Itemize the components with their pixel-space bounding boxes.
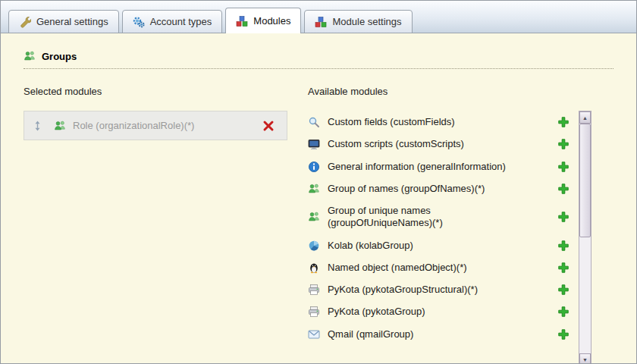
module-selection-page: General settings Account types: [0, 0, 637, 364]
available-module-label: Named object (namedObject)(*): [328, 262, 467, 274]
magnifier-icon: [308, 116, 320, 128]
plus-icon: [557, 284, 570, 296]
scrollbar-track[interactable]: [579, 237, 591, 353]
available-modules-list: Custom fields (customFields)Custom scrip…: [308, 111, 579, 364]
tab-label: General settings: [36, 16, 108, 27]
plus-icon: [557, 328, 570, 340]
available-modules-heading: Available modules: [308, 86, 592, 97]
section-title: Groups: [42, 51, 77, 62]
gears-icon: [133, 16, 145, 28]
available-module-label: General information (generalInformation): [328, 161, 506, 173]
groups-icon: [24, 50, 36, 62]
available-module-row: Custom fields (customFields): [308, 111, 579, 133]
selected-modules-heading: Selected modules: [24, 86, 287, 97]
plus-icon: [557, 240, 570, 252]
tab-module-settings[interactable]: Module settings: [304, 10, 412, 33]
penguin-icon: [308, 262, 320, 274]
add-module-button[interactable]: [557, 116, 570, 128]
kolab-icon: [308, 240, 320, 252]
tab-modules[interactable]: Modules: [225, 8, 301, 33]
add-module-button[interactable]: [557, 262, 570, 274]
available-module-row: Named object (namedObject)(*): [308, 256, 579, 278]
section-header: Groups: [24, 50, 613, 69]
selected-module-label: Role (organizationalRole)(*): [73, 120, 262, 131]
plus-icon: [557, 161, 570, 173]
available-module-row: Group of names (groupOfNames)(*): [308, 177, 579, 199]
modules-content: Groups Selected modules: [1, 33, 636, 364]
available-module-label: Group of unique names (groupOfUniqueName…: [328, 205, 529, 230]
remove-module-button[interactable]: [262, 120, 275, 132]
available-module-row: General information (generalInformation): [308, 155, 579, 177]
tab-label: Account types: [150, 16, 212, 27]
drag-handle-icon[interactable]: [32, 121, 43, 131]
available-module-row: Group of unique names (groupOfUniqueName…: [308, 199, 579, 234]
plus-icon: [557, 262, 570, 274]
wrench-icon: [19, 16, 31, 28]
plus-icon: [557, 116, 570, 128]
available-module-row: Kolab (kolabGroup): [308, 234, 579, 256]
scrollbar[interactable]: ▲ ▼: [579, 111, 592, 364]
available-module-label: Group of names (groupOfNames)(*): [328, 183, 485, 195]
settings-tabbar: General settings Account types: [1, 1, 636, 33]
tab-general-settings[interactable]: General settings: [8, 10, 119, 33]
add-module-button[interactable]: [557, 328, 570, 340]
group-icon: [54, 120, 66, 132]
plus-icon: [557, 138, 570, 150]
available-module-label: Qmail (qmailGroup): [328, 328, 413, 340]
tab-label: Modules: [253, 15, 290, 27]
tab-label: Module settings: [332, 16, 401, 27]
add-module-button[interactable]: [557, 183, 570, 195]
available-module-row: Qmail (qmailGroup): [308, 323, 579, 345]
group-icon: [308, 183, 320, 195]
modules-icon: [236, 15, 248, 27]
module-settings-icon: [315, 16, 327, 28]
available-module-label: Kolab (kolabGroup): [328, 240, 413, 252]
mail-icon: [308, 328, 320, 340]
red-x-icon: [262, 120, 275, 132]
screen-icon: [308, 138, 320, 150]
scroll-up-button[interactable]: ▲: [579, 111, 591, 124]
available-module-label: Custom scripts (customScripts): [328, 138, 464, 150]
available-module-label: PyKota (pykotaGroup): [328, 306, 425, 318]
add-module-button[interactable]: [557, 240, 570, 252]
plus-icon: [557, 211, 570, 223]
group-icon: [308, 211, 320, 223]
plus-icon: [557, 306, 570, 318]
available-module-row: PyKota (pykotaGroup): [308, 300, 579, 322]
add-module-button[interactable]: [557, 138, 570, 150]
available-module-row: Custom scripts (customScripts): [308, 133, 579, 155]
info-icon: [308, 161, 320, 173]
add-module-button[interactable]: [557, 161, 570, 173]
plus-icon: [557, 183, 570, 195]
scrollbar-thumb[interactable]: [579, 124, 591, 237]
available-module-label: PyKota (pykotaGroupStructural)(*): [328, 284, 478, 296]
available-module-row: PyKota (pykotaGroupStructural)(*): [308, 278, 579, 300]
scroll-down-button[interactable]: ▼: [579, 353, 591, 364]
available-module-label: Custom fields (customFields): [328, 116, 455, 128]
printer-icon: [308, 284, 320, 296]
tab-account-types[interactable]: Account types: [122, 10, 223, 33]
printer-icon: [308, 306, 320, 318]
selected-module-row: Role (organizationalRole)(*): [24, 111, 287, 140]
add-module-button[interactable]: [557, 284, 570, 296]
add-module-button[interactable]: [557, 306, 570, 318]
add-module-button[interactable]: [557, 211, 570, 223]
